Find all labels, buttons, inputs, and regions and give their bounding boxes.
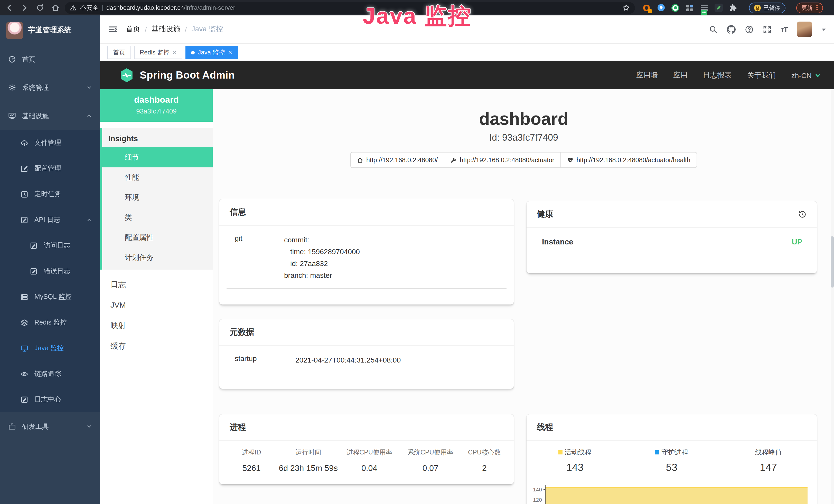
sidebar-item-file-management[interactable]: 文件管理 bbox=[0, 130, 100, 156]
browser-profile-chip[interactable]: 已暂停 bbox=[749, 2, 786, 13]
sba-menu-classes[interactable]: 类 bbox=[102, 207, 213, 228]
extensions-puzzle-icon[interactable] bbox=[728, 3, 737, 12]
sidebar-item-error-logs[interactable]: 错误日志 bbox=[0, 258, 100, 284]
instance-health-url-button[interactable]: http://192.168.0.2:48080/actuator/health bbox=[561, 152, 697, 168]
sba-menu-logs[interactable]: 日志 bbox=[100, 274, 213, 295]
metadata-startup-row: startup 2021-04-27T00:44:31.254+08:00 bbox=[226, 354, 506, 373]
sba-insights-label: Insights bbox=[102, 128, 213, 147]
sba-menu-jvm[interactable]: JVM bbox=[100, 295, 213, 315]
threads-daemon-value: 53 bbox=[623, 462, 720, 474]
security-warning-icon[interactable] bbox=[70, 4, 76, 11]
tab-close-icon[interactable] bbox=[173, 50, 177, 54]
sidebar-item-java-monitor[interactable]: Java 监控 bbox=[0, 335, 100, 361]
info-card: 信息 git commit: time: 1596289704000 id: 2… bbox=[219, 199, 514, 304]
omnibox-divider bbox=[102, 4, 103, 11]
sba-menu-config-props[interactable]: 配置属性 bbox=[102, 228, 213, 248]
sba-menu-mappings[interactable]: 映射 bbox=[100, 315, 213, 336]
breadcrumb-home[interactable]: 首页 bbox=[126, 25, 140, 34]
sidebar-item-api-logs[interactable]: API 日志 bbox=[0, 207, 100, 233]
threads-area-series bbox=[546, 487, 808, 504]
home-icon[interactable] bbox=[51, 4, 60, 12]
address-bar[interactable]: 不安全 dashboard.yudao.iocoder.cn/infra/adm… bbox=[65, 2, 635, 14]
metadata-key: startup bbox=[235, 354, 295, 366]
chevron-up-icon bbox=[86, 217, 92, 223]
sidebar-item-infrastructure[interactable]: 基础设施 bbox=[0, 102, 100, 130]
browser-menu-kebab-icon[interactable] bbox=[816, 5, 817, 10]
sba-app-header[interactable]: dashboard 93a3fc7f7409 bbox=[100, 89, 213, 122]
sidebar-item-log-center[interactable]: 日志中心 bbox=[0, 387, 100, 412]
process-col-system-cpu: 系统CPU使用率 bbox=[401, 448, 460, 457]
avatar-caret-icon[interactable] bbox=[821, 27, 826, 31]
sba-instance-sidebar: dashboard 93a3fc7f7409 Insights 细节 性能 环境… bbox=[100, 89, 213, 504]
search-icon[interactable] bbox=[709, 25, 717, 33]
sba-nav-journal[interactable]: 日志报表 bbox=[703, 71, 732, 80]
sidebar-item-access-logs[interactable]: 访问日志 bbox=[0, 233, 100, 258]
security-label[interactable]: 不安全 bbox=[80, 3, 98, 12]
github-icon[interactable] bbox=[727, 25, 736, 33]
fullscreen-icon[interactable] bbox=[763, 25, 771, 33]
user-avatar[interactable] bbox=[797, 22, 812, 37]
threads-daemon-stat: 守护进程 53 bbox=[623, 447, 720, 474]
sba-nav-about[interactable]: 关于我们 bbox=[747, 71, 776, 80]
sidebar-item-system[interactable]: 系统管理 bbox=[0, 73, 100, 102]
sba-menu-scheduled-tasks[interactable]: 计划任务 bbox=[102, 248, 213, 268]
help-icon[interactable] bbox=[745, 25, 753, 33]
sba-menu-environment[interactable]: 环境 bbox=[102, 187, 213, 207]
font-size-icon[interactable]: тT bbox=[781, 25, 788, 33]
extension-icon-pin[interactable] bbox=[657, 3, 665, 12]
instance-actuator-url-button[interactable]: http://192.168.0.2:48080/actuator bbox=[444, 152, 561, 168]
process-uptime-value: 6d 23h 15m 59s bbox=[279, 464, 338, 473]
content-scrollbar-thumb[interactable] bbox=[831, 236, 834, 288]
heartbeat-icon bbox=[567, 157, 573, 163]
reload-icon[interactable] bbox=[36, 4, 44, 12]
profile-chip-label: 已暂停 bbox=[763, 4, 780, 12]
sba-nav-applications[interactable]: 应用 bbox=[673, 71, 687, 80]
extension-icon-grid[interactable] bbox=[685, 3, 694, 12]
sba-nav-wallboard[interactable]: 应用墙 bbox=[636, 71, 658, 80]
bookmark-star-icon[interactable] bbox=[622, 4, 630, 11]
sba-nav: 应用墙 应用 日志报表 关于我们 zh-CN bbox=[636, 71, 821, 80]
sidebar-item-dev-tools[interactable]: 研发工具 bbox=[0, 412, 100, 441]
layers-icon bbox=[21, 319, 28, 326]
back-icon[interactable] bbox=[5, 4, 13, 12]
sidebar-item-tracing[interactable]: 链路追踪 bbox=[0, 361, 100, 387]
info-value: commit: time: 1596289704000 id: 27aa832 … bbox=[284, 234, 360, 281]
tab-redis-monitor[interactable]: Redis 监控 bbox=[134, 46, 182, 59]
health-instance-row[interactable]: Instance UP bbox=[534, 237, 810, 253]
extension-icon-tabs-on[interactable]: on bbox=[700, 3, 708, 12]
process-col-cpus: CPU核心数 bbox=[460, 448, 509, 457]
sidebar-item-scheduled-jobs[interactable]: 定时任务 bbox=[0, 181, 100, 207]
tab-close-icon[interactable] bbox=[228, 50, 232, 54]
sidebar-item-mysql-monitor[interactable]: MySQL 监控 bbox=[0, 284, 100, 310]
process-card: 进程 进程ID 运行时间 进程CPU使用率 系统CPU使用率 CPU核心数 52… bbox=[219, 414, 514, 484]
extension-icon-leaf[interactable] bbox=[714, 3, 723, 12]
sidebar-toggle-hamburger-icon[interactable] bbox=[108, 25, 118, 34]
sba-menu-details[interactable]: 细节 bbox=[100, 147, 213, 167]
forward-icon[interactable] bbox=[21, 4, 29, 12]
eye-icon bbox=[21, 370, 28, 378]
sba-nav-language[interactable]: zh-CN bbox=[791, 71, 821, 79]
extension-icon-green-circle[interactable] bbox=[671, 3, 680, 12]
sba-logo-icon bbox=[120, 68, 134, 83]
tab-home[interactable]: 首页 bbox=[107, 46, 131, 59]
extension-icon-orange[interactable] bbox=[642, 3, 651, 12]
sidebar-item-redis-monitor[interactable]: Redis 监控 bbox=[0, 310, 100, 335]
threads-live-value: 143 bbox=[527, 462, 623, 474]
tab-java-monitor[interactable]: Java 监控 bbox=[185, 46, 238, 59]
instance-home-url-button[interactable]: http://192.168.0.2:48080/ bbox=[350, 152, 444, 168]
sba-menu-metrics[interactable]: 性能 bbox=[102, 167, 213, 187]
sidebar-item-home[interactable]: 首页 bbox=[0, 45, 100, 73]
history-icon[interactable] bbox=[798, 210, 807, 219]
breadcrumb-infrastructure[interactable]: 基础设施 bbox=[152, 25, 180, 34]
app-logo-row[interactable]: 芋道管理系统 bbox=[0, 16, 100, 45]
sidebar-item-config-management[interactable]: 配置管理 bbox=[0, 156, 100, 181]
info-card-header: 信息 bbox=[219, 199, 514, 226]
browser-update-button[interactable]: 更新 bbox=[796, 2, 823, 13]
content-scrollbar-track[interactable] bbox=[831, 89, 834, 504]
gear-icon bbox=[8, 84, 16, 91]
header-actions: тT bbox=[709, 22, 826, 37]
monitor-icon bbox=[21, 344, 28, 352]
threads-chart-plot bbox=[545, 485, 808, 504]
sba-menu-caches[interactable]: 缓存 bbox=[100, 336, 213, 357]
url-text[interactable]: dashboard.yudao.iocoder.cn/infra/admin-s… bbox=[106, 4, 235, 11]
